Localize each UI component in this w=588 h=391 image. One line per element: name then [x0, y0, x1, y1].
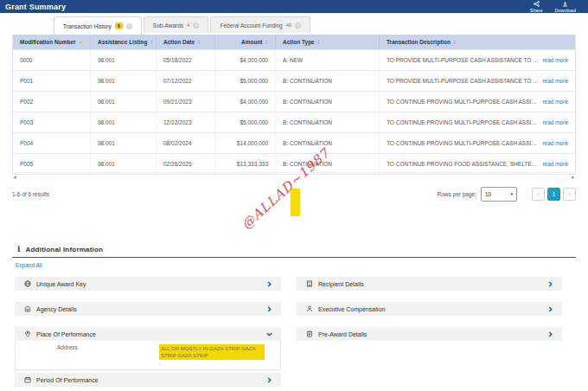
cell-action-type: B: CONTINUATION: [276, 133, 380, 153]
globe-icon: [23, 280, 31, 288]
table-row: P002 98.001 09/21/2023 $4,000,000 B: CON…: [13, 91, 575, 112]
share-button[interactable]: Share: [530, 1, 543, 13]
accordion-pre-award-details[interactable]: Pre-Award Details: [297, 327, 562, 341]
scroll-right-icon[interactable]: ►: [571, 173, 576, 182]
clipboard-icon: [305, 330, 313, 338]
info-icon[interactable]: i: [126, 23, 132, 29]
expand-all-link[interactable]: Expand All: [16, 262, 42, 268]
table-row: P001 98.001 07/12/2022 $5,000,000 B: CON…: [13, 70, 575, 91]
cell-modification-number: P004: [13, 133, 91, 153]
cell-assistance-listing: 98.001: [91, 92, 157, 112]
info-icon[interactable]: i: [193, 22, 199, 29]
cell-action-date: 05/18/2022: [157, 50, 215, 70]
cell-modification-number: P002: [13, 92, 91, 112]
rows-per-page-label: Rows per page:: [437, 191, 476, 197]
cell-assistance-listing: 98.001: [91, 154, 157, 174]
column-header-amount[interactable]: Amount ▲▼: [215, 35, 276, 49]
cell-action-date: 02/26/2025: [157, 154, 215, 174]
chevron-right-icon: [266, 306, 272, 312]
building-icon: [305, 280, 313, 288]
cell-modification-number: P005: [13, 154, 91, 174]
additional-information-section: i Additional Information: [12, 245, 576, 258]
table-body: 0000 98.001 05/18/2022 $4,000,000 A: NEW…: [13, 49, 575, 174]
read-more-link[interactable]: read more: [542, 140, 568, 146]
address-empty-value: -: [159, 361, 265, 367]
sort-icon: ▲▼: [197, 40, 200, 45]
accordion-place-of-performance[interactable]: Place Of Performance: [15, 327, 281, 341]
table-row: 0000 98.001 05/18/2022 $4,000,000 A: NEW…: [13, 49, 575, 70]
read-more-link[interactable]: read more: [542, 119, 568, 125]
chevron-right-icon: [547, 331, 553, 337]
download-icon: [562, 1, 568, 8]
read-more-link[interactable]: read more: [542, 57, 568, 63]
cell-assistance-listing: 98.001: [91, 112, 157, 132]
tab-sub-awards[interactable]: Sub-Awards 4 i: [144, 16, 209, 33]
chevron-right-icon: [266, 377, 272, 383]
chevron-down-icon: ▾: [510, 191, 513, 196]
results-count: 1-6 of 6 results: [12, 191, 49, 197]
place-of-performance-panel: Address ALL OR MOSTLY IN GAZA STRIP GAZA…: [15, 341, 281, 370]
tab-label: Federal Account Funding: [220, 22, 282, 29]
tab-federal-account-funding[interactable]: Federal Account Funding 40 i: [210, 16, 310, 33]
column-header-action-type[interactable]: Action Type ▲▼: [276, 35, 380, 49]
cell-amount: $13,333,333: [215, 154, 276, 174]
column-header-assistance-listing[interactable]: Assistance Listing ▲▼: [91, 35, 157, 49]
app-header: Grant Summary Share Download: [0, 0, 588, 13]
read-more-link[interactable]: read more: [542, 78, 568, 84]
share-label: Share: [530, 8, 543, 13]
tab-bar: Transaction History 6 i Sub-Awards 4 i F…: [54, 16, 310, 35]
cell-description: TO CONTINUE PROVING MULTI-PURPOSE CASH A…: [380, 112, 575, 132]
column-header-transaction-description[interactable]: Transaction Description ▲▼: [380, 35, 575, 49]
accordion-executive-compensation[interactable]: Executive Compensation: [297, 302, 562, 316]
tab-transaction-history[interactable]: Transaction History 6 i: [54, 16, 142, 35]
cell-action-type: B: CONTINUATION: [276, 71, 380, 91]
cell-action-type: B: CONTINUATION: [276, 112, 380, 132]
cell-action-date: 09/21/2023: [157, 92, 215, 112]
cell-amount: $14,000,000: [215, 133, 276, 153]
section-divider: [12, 257, 576, 258]
accordion-agency-details[interactable]: Agency Details: [15, 302, 281, 316]
read-more-link[interactable]: read more: [542, 161, 568, 167]
cell-amount: $5,000,000: [215, 112, 276, 132]
chevron-right-icon: [547, 306, 553, 312]
sort-icon: ▲▼: [317, 40, 320, 45]
accordion-recipient-details[interactable]: Recipient Details: [297, 277, 562, 291]
next-page-button[interactable]: ›: [563, 188, 576, 201]
rows-per-page-select[interactable]: 10 ▾: [481, 187, 517, 202]
accordion-unique-award-key[interactable]: Unique Award Key: [15, 277, 281, 291]
cell-assistance-listing: 98.001: [91, 133, 157, 153]
chevron-right-icon: [266, 281, 272, 287]
calendar-icon: [23, 376, 31, 384]
column-header-modification-number[interactable]: Modification Number ▲: [13, 35, 91, 49]
table-row: P004 98.001 08/02/2024 $14,000,000 B: CO…: [13, 132, 575, 153]
address-label: Address: [57, 344, 159, 350]
info-icon: i: [17, 245, 20, 253]
prev-page-button[interactable]: ‹: [532, 188, 545, 201]
table-row: P003 98.001 12/22/2023 $5,000,000 B: CON…: [13, 112, 575, 132]
read-more-link[interactable]: read more: [542, 99, 568, 105]
cell-action-date: 08/02/2024: [157, 133, 215, 153]
chevron-down-icon: [266, 331, 272, 337]
cell-amount: $4,000,000: [215, 50, 276, 70]
tab-count-badge: 6: [115, 22, 123, 29]
cell-action-date: 07/12/2022: [157, 71, 215, 91]
scroll-left-icon[interactable]: ◄: [12, 173, 17, 182]
info-icon[interactable]: i: [295, 22, 301, 29]
sort-icon: ▲▼: [453, 40, 456, 45]
table-header-row: Modification Number ▲ Assistance Listing…: [13, 35, 575, 49]
cell-modification-number: P001: [13, 71, 91, 91]
map-pin-icon: [23, 330, 31, 338]
download-button[interactable]: Download: [555, 1, 576, 13]
tab-label: Sub-Awards: [153, 22, 183, 29]
cell-action-type: A: NEW: [276, 50, 380, 70]
page-1-button[interactable]: 1: [547, 188, 560, 201]
cell-modification-number: 0000: [13, 50, 91, 70]
person-icon: [305, 305, 313, 313]
download-label: Download: [555, 8, 576, 13]
tab-count: 40: [286, 22, 292, 28]
cell-description: TO PROVIDE MULTI-PURPOSE CASH ASSISTANCE…: [380, 50, 575, 70]
accordion-period-of-performance[interactable]: Period Of Performance: [15, 373, 281, 387]
column-header-action-date[interactable]: Action Date ▲▼: [157, 35, 215, 49]
cell-assistance-listing: 98.001: [91, 71, 157, 91]
cell-assistance-listing: 98.001: [91, 50, 157, 70]
